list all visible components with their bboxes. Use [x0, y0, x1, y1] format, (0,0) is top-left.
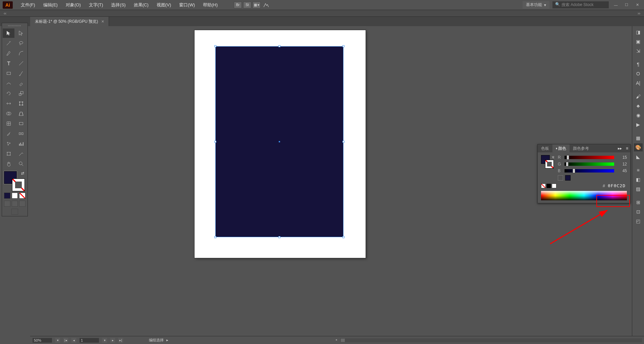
selection-handle[interactable]	[214, 236, 216, 238]
perspective-tool[interactable]	[15, 109, 27, 118]
hand-tool[interactable]	[3, 159, 14, 168]
selection-handle[interactable]	[278, 236, 280, 238]
menu-view[interactable]: 视图(V)	[153, 1, 174, 9]
r-slider[interactable]	[565, 156, 614, 159]
selection-handle[interactable]	[214, 45, 216, 47]
last-artboard-button[interactable]: ▸|	[118, 338, 123, 343]
horizontal-scrollbar[interactable]: ◂	[340, 338, 642, 342]
gradient-tool[interactable]	[15, 119, 27, 128]
rectangle-tool[interactable]	[3, 69, 14, 78]
align-panel-icon[interactable]: ⊞	[634, 198, 643, 206]
shaper-tool[interactable]	[3, 79, 14, 88]
hex-value[interactable]: 0F0C2D	[608, 183, 626, 188]
color-spectrum[interactable]	[541, 191, 627, 200]
bridge-icon[interactable]: Br	[234, 2, 242, 8]
eraser-tool[interactable]	[15, 79, 27, 88]
swatches-panel-icon[interactable]: ▦	[634, 134, 643, 142]
stock-search-input[interactable]: 🔍 搜索 Adobe Stock	[552, 1, 609, 9]
next-artboard-button[interactable]: ▸	[110, 338, 115, 343]
graphic-styles-icon[interactable]: ▶	[634, 121, 643, 129]
zoom-tool[interactable]	[15, 159, 27, 168]
draw-behind-button[interactable]	[12, 201, 18, 207]
transform-panel-icon[interactable]: ⊡	[634, 208, 643, 216]
panel-fill-stroke[interactable]: ⤭	[541, 155, 554, 174]
character-panel-icon[interactable]: A|	[634, 79, 643, 87]
shape-builder-tool[interactable]	[3, 109, 14, 118]
arrange-docs-icon[interactable]: ▦ ▾	[253, 2, 261, 8]
workspace-switcher[interactable]: 基本功能 ▾	[523, 1, 549, 9]
lasso-tool[interactable]	[15, 39, 27, 48]
curvature-tool[interactable]	[15, 49, 27, 58]
first-artboard-button[interactable]: |◂	[63, 338, 68, 343]
stroke-swatch[interactable]	[12, 179, 25, 191]
mesh-tool[interactable]	[3, 119, 14, 128]
collapse-right-icon[interactable]: ››	[634, 10, 644, 16]
appearance-panel-icon[interactable]: ◉	[634, 111, 643, 119]
free-transform-tool[interactable]	[15, 99, 27, 108]
menu-file[interactable]: 文件(F)	[17, 1, 39, 9]
tab-swatches[interactable]: 色板	[538, 144, 552, 153]
g-value[interactable]: 12	[617, 162, 627, 166]
stock-icon[interactable]: St	[243, 2, 251, 8]
collapse-left-icon[interactable]: ‹‹	[0, 10, 10, 16]
scroll-left-icon[interactable]: ◂	[335, 338, 337, 341]
artboard[interactable]	[195, 30, 366, 258]
none-swatch[interactable]	[541, 184, 546, 188]
menu-help[interactable]: 帮助(H)	[200, 1, 221, 9]
current-color-swatch[interactable]	[565, 175, 571, 181]
artboards-panel-icon[interactable]: ▣	[634, 38, 643, 46]
selection-handle[interactable]	[342, 141, 344, 143]
pathfinder-panel-icon[interactable]: ◰	[634, 217, 643, 225]
prev-artboard-button[interactable]: ◂	[71, 338, 76, 343]
menu-edit[interactable]: 编辑(E)	[40, 1, 61, 9]
line-segment-tool[interactable]	[15, 59, 27, 68]
expand-panel-icon[interactable]: ▸▸	[616, 146, 624, 151]
rotate-tool[interactable]	[3, 89, 14, 98]
paragraph-panel-icon[interactable]: ¶	[634, 60, 643, 68]
width-tool[interactable]	[3, 99, 14, 108]
opentype-panel-icon[interactable]: O	[634, 70, 643, 78]
artboard-number-input[interactable]	[79, 338, 99, 343]
menu-type[interactable]: 文字(T)	[86, 1, 107, 9]
layers-panel-icon[interactable]: ◨	[634, 28, 643, 36]
blend-tool[interactable]	[15, 129, 27, 138]
tab-color[interactable]: ♦颜色	[552, 144, 570, 153]
symbol-sprayer-tool[interactable]	[3, 139, 14, 148]
fill-stroke-swatches[interactable]: ⇄	[3, 170, 26, 191]
tab-color-guide[interactable]: 颜色参考	[570, 144, 592, 153]
screen-mode-button[interactable]	[11, 209, 18, 215]
gradient-panel-icon[interactable]: ◧	[634, 176, 643, 184]
selection-handle[interactable]	[342, 236, 344, 238]
asset-export-icon[interactable]: ⇲	[634, 47, 643, 55]
color-panel-icon[interactable]: 🎨	[634, 143, 643, 151]
selection-handle[interactable]	[214, 141, 216, 143]
magic-wand-tool[interactable]	[3, 39, 14, 48]
black-swatch[interactable]	[546, 184, 551, 188]
swap-icon[interactable]: ⤭	[551, 155, 554, 159]
menu-effect[interactable]: 效果(C)	[130, 1, 152, 9]
slice-tool[interactable]	[15, 149, 27, 158]
brushes-panel-icon[interactable]: 🖌	[634, 92, 643, 100]
artboard-dropdown[interactable]: ▾	[102, 338, 107, 343]
document-tab[interactable]: 未标题-1* @ 50% (RGB/GPU 预览) ×	[30, 17, 109, 26]
panel-stroke-swatch[interactable]	[545, 160, 554, 168]
direct-selection-tool[interactable]	[15, 28, 27, 38]
g-slider[interactable]	[565, 162, 614, 166]
gradient-mode-button[interactable]	[12, 193, 18, 199]
window-maximize[interactable]: ☐	[623, 2, 631, 8]
scrollbar-thumb[interactable]	[341, 339, 345, 342]
paintbrush-tool[interactable]	[15, 69, 27, 78]
out-of-gamut-icon[interactable]	[558, 175, 563, 181]
type-tool[interactable]	[3, 59, 14, 68]
menu-select[interactable]: 选择(S)	[108, 1, 129, 9]
b-slider[interactable]	[565, 169, 614, 173]
window-close[interactable]: ✕	[633, 2, 641, 8]
none-mode-button[interactable]	[19, 193, 25, 199]
symbols-panel-icon[interactable]: ♣	[634, 102, 643, 110]
selection-handle[interactable]	[278, 45, 280, 47]
draw-normal-button[interactable]	[4, 201, 10, 207]
zoom-input[interactable]	[32, 338, 52, 343]
close-tab-icon[interactable]: ×	[101, 19, 104, 24]
selection-info-arrow[interactable]: ▸	[166, 338, 168, 342]
pen-tool[interactable]	[3, 49, 14, 58]
